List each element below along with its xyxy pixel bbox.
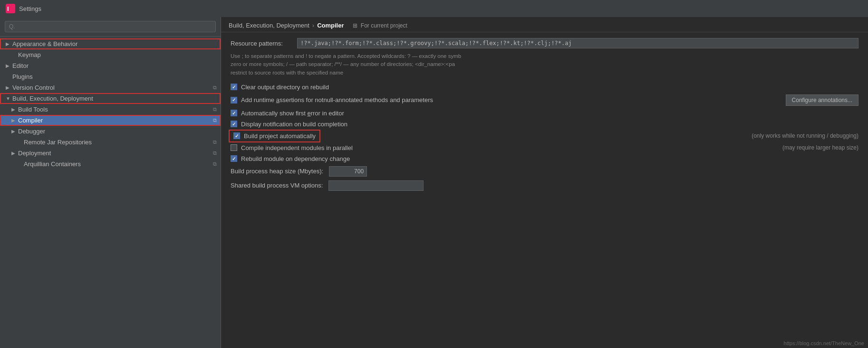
arrow-icon: ▶ — [6, 85, 12, 90]
compile-parallel-label: Compile independent modules in parallel — [241, 144, 353, 151]
resource-patterns-label: Resource patterns: — [231, 40, 297, 47]
add-runtime-row: Add runtime assertions for notnull-annot… — [231, 94, 858, 106]
display-notification-row: Display notification on build completion — [231, 121, 858, 128]
arrow-icon: ▶ — [11, 118, 18, 123]
search-input[interactable] — [5, 21, 216, 32]
settings-content: Resource patterns: Use ; to separate pat… — [221, 32, 868, 348]
sidebar-item-build-execution[interactable]: ▼ Build, Execution, Deployment — [0, 93, 221, 104]
clear-output-label: Clear output directory on rebuild — [241, 84, 329, 91]
copy-icon: ⧉ — [213, 85, 217, 91]
heap-size-input[interactable] — [329, 166, 367, 177]
auto-show-error-checkbox[interactable] — [231, 110, 237, 116]
sidebar-item-debugger[interactable]: ▶ Debugger — [0, 126, 221, 137]
add-runtime-label: Add runtime assertions for notnull-annot… — [241, 96, 433, 103]
sidebar-item-label: Keymap — [18, 51, 217, 58]
main-container: ▶ Appearance & Behavior Keymap ▶ Editor … — [0, 17, 868, 348]
build-automatically-checkbox[interactable] — [233, 132, 240, 139]
sidebar-item-label: Appearance & Behavior — [12, 40, 217, 47]
sidebar-item-compiler[interactable]: ▶ Compiler ⧉ — [0, 115, 221, 126]
svg-text:I: I — [7, 5, 9, 12]
breadcrumb: Build, Execution, Deployment › Compiler … — [221, 17, 868, 32]
sidebar-item-appearance[interactable]: ▶ Appearance & Behavior — [0, 38, 221, 49]
shared-vm-label: Shared build process VM options: — [231, 182, 323, 189]
sidebar-tree: ▶ Appearance & Behavior Keymap ▶ Editor … — [0, 37, 221, 348]
compile-parallel-note: (may require larger heap size) — [782, 144, 858, 151]
search-bar — [0, 17, 221, 37]
sidebar-item-label: Arquillian Containers — [24, 160, 213, 168]
shared-vm-input[interactable] — [328, 180, 424, 191]
breadcrumb-separator: › — [312, 22, 314, 29]
sidebar-item-label: Plugins — [12, 73, 217, 80]
auto-show-error-row: Automatically show first error in editor — [231, 110, 858, 117]
sidebar-item-keymap[interactable]: Keymap — [0, 49, 221, 60]
clear-output-checkbox[interactable] — [231, 84, 237, 90]
arrow-icon: ▶ — [11, 107, 18, 112]
display-notification-checkbox[interactable] — [231, 121, 237, 127]
arrow-icon: ▶ — [6, 63, 12, 68]
rebuild-dependency-checkbox[interactable] — [231, 155, 237, 162]
title-bar: I Settings — [0, 0, 868, 17]
sidebar-item-label: Editor — [12, 62, 217, 69]
bottom-url: https://blog.csdn.net/TheNew_One — [784, 340, 864, 346]
sidebar-item-build-tools[interactable]: ▶ Build Tools ⧉ — [0, 104, 221, 115]
app-logo: I — [6, 4, 15, 13]
build-automatically-label: Build project automatically — [244, 132, 316, 140]
sidebar-item-label: Remote Jar Repositories — [24, 139, 213, 146]
display-notification-label: Display notification on build completion — [241, 121, 347, 128]
sidebar-item-label: Build, Execution, Deployment — [12, 95, 217, 102]
content-pane: Build, Execution, Deployment › Compiler … — [221, 17, 868, 348]
breadcrumb-section: Build, Execution, Deployment — [229, 22, 309, 29]
sidebar-item-remote-jar[interactable]: Remote Jar Repositories ⧉ — [0, 137, 221, 148]
resource-patterns-row: Resource patterns: — [231, 38, 858, 48]
heap-size-row: Build process heap size (Mbytes): — [231, 166, 858, 177]
arrow-icon: ▶ — [11, 129, 18, 134]
breadcrumb-project-note: ⊞ For current project — [353, 22, 407, 29]
breadcrumb-page: Compiler — [317, 22, 344, 29]
build-automatically-note: (only works while not running / debuggin… — [752, 132, 858, 139]
sidebar: ▶ Appearance & Behavior Keymap ▶ Editor … — [0, 17, 221, 348]
window-title: Settings — [19, 5, 41, 12]
sidebar-item-label: Debugger — [18, 128, 217, 135]
compile-parallel-row: Compile independent modules in parallel … — [231, 144, 858, 151]
resource-patterns-input[interactable] — [297, 38, 858, 48]
hint-text: Use ; to separate patterns and ! to nega… — [231, 52, 753, 77]
shared-vm-row: Shared build process VM options: — [231, 180, 858, 191]
copy-icon: ⧉ — [213, 106, 217, 113]
heap-size-label: Build process heap size (Mbytes): — [231, 168, 323, 175]
project-icon: ⊞ — [353, 22, 357, 29]
rebuild-dependency-row: Rebuild module on dependency change — [231, 155, 858, 162]
sidebar-item-label: Build Tools — [18, 106, 213, 113]
sidebar-item-label: Version Control — [12, 84, 213, 91]
sidebar-item-label: Compiler — [18, 117, 213, 124]
compile-parallel-checkbox[interactable] — [231, 144, 237, 151]
arrow-icon: ▶ — [11, 150, 18, 156]
copy-icon: ⧉ — [213, 117, 217, 123]
rebuild-dependency-label: Rebuild module on dependency change — [241, 155, 350, 162]
copy-icon: ⧉ — [213, 161, 217, 167]
arrow-icon: ▼ — [6, 96, 12, 101]
build-automatically-row: Build project automatically (only works … — [231, 132, 858, 141]
arrow-icon: ▶ — [6, 41, 12, 47]
sidebar-item-arquillian[interactable]: Arquillian Containers ⧉ — [0, 159, 221, 169]
sidebar-item-deployment[interactable]: ▶ Deployment ⧉ — [0, 148, 221, 159]
add-runtime-checkbox[interactable] — [231, 97, 237, 103]
clear-output-row: Clear output directory on rebuild — [231, 84, 858, 91]
copy-icon: ⧉ — [213, 150, 217, 156]
sidebar-item-version-control[interactable]: ▶ Version Control ⧉ — [0, 82, 221, 93]
configure-annotations-button[interactable]: Configure annotations... — [786, 94, 858, 106]
sidebar-item-editor[interactable]: ▶ Editor — [0, 60, 221, 71]
copy-icon: ⧉ — [213, 139, 217, 145]
sidebar-item-plugins[interactable]: Plugins — [0, 71, 221, 82]
sidebar-item-label: Deployment — [18, 150, 213, 157]
auto-show-error-label: Automatically show first error in editor — [241, 110, 344, 117]
